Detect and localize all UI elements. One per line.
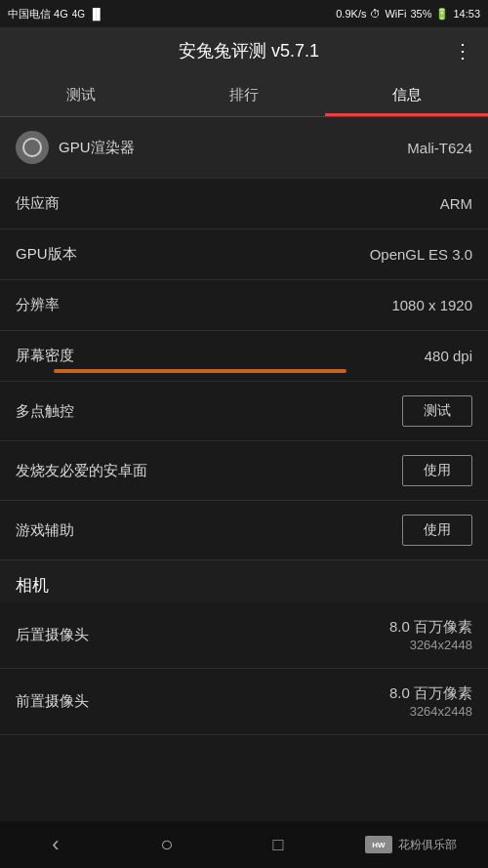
rear-camera-mp: 8.0 百万像素	[389, 616, 472, 637]
tab-info[interactable]: 信息	[325, 74, 488, 116]
status-right: 0.9K/s ⏱ WiFi 35% 🔋 14:53	[336, 8, 480, 21]
app-title: 安兔兔评测 v5.7.1	[45, 39, 453, 62]
menu-icon[interactable]: ⋮	[453, 39, 472, 62]
gpu-version-row: GPU版本 OpenGL ES 3.0	[0, 229, 488, 280]
tab-test[interactable]: 测试	[0, 74, 163, 116]
rear-camera-value: 8.0 百万像素 3264x2448	[389, 616, 472, 654]
home-button[interactable]: ○	[142, 825, 191, 864]
game-assist-label: 游戏辅助	[16, 521, 74, 540]
scroll-area: GPU渲染器 Mali-T624 供应商 ARM GPU版本 OpenGL ES…	[0, 117, 488, 821]
tab-info-label: 信息	[392, 86, 422, 104]
gpu-icon	[16, 131, 49, 164]
speed-text: 0.9K/s	[336, 8, 366, 20]
recent-button[interactable]: □	[254, 825, 303, 864]
bottom-nav: ‹ ○ □ HW 花粉俱乐部	[0, 821, 488, 868]
resolution-label: 分辨率	[16, 296, 60, 314]
supplier-label: 供应商	[16, 194, 60, 213]
battery-text: 35%	[410, 8, 431, 20]
home-icon: ○	[160, 832, 173, 857]
orange-annotation-line	[54, 369, 346, 373]
multitouch-test-button[interactable]: 测试	[402, 395, 472, 427]
gpu-renderer-value: Mali-T624	[407, 140, 472, 156]
gpu-renderer-row: GPU渲染器 Mali-T624	[0, 117, 488, 179]
multitouch-label: 多点触控	[16, 402, 74, 421]
gpu-renderer-label: GPU渲染器	[59, 139, 135, 157]
battery-icon: 🔋	[435, 8, 449, 21]
rear-camera-row: 后置摄像头 8.0 百万像素 3264x2448	[0, 602, 488, 669]
launcher-use-button[interactable]: 使用	[402, 455, 472, 486]
time-text: 14:53	[453, 8, 480, 20]
launcher-label: 发烧友必爱的安卓面	[16, 462, 147, 480]
supplier-value: ARM	[440, 195, 472, 212]
gpu-version-label: GPU版本	[16, 245, 77, 264]
rear-camera-res: 3264x2448	[389, 637, 472, 654]
camera-section-header: 相机	[0, 560, 488, 602]
screen-density-row: 屏幕密度 480 dpi	[0, 331, 488, 382]
tab-bar: 测试 排行 信息	[0, 74, 488, 117]
camera-header-text: 相机	[16, 576, 49, 595]
supplier-row: 供应商 ARM	[0, 179, 488, 229]
title-bar: 安兔兔评测 v5.7.1 ⋮	[0, 27, 488, 74]
tab-rank[interactable]: 排行	[163, 74, 326, 116]
huawei-community-text: 花粉俱乐部	[398, 837, 457, 853]
front-camera-value: 8.0 百万像素 3264x2448	[389, 682, 472, 721]
front-camera-mp: 8.0 百万像素	[389, 682, 472, 703]
game-assist-use-button[interactable]: 使用	[402, 515, 472, 546]
resolution-value: 1080 x 1920	[391, 297, 472, 313]
huawei-branding: HW 花粉俱乐部	[365, 836, 457, 853]
tab-rank-label: 排行	[229, 86, 259, 104]
front-camera-row: 前置摄像头 8.0 百万像素 3264x2448	[0, 669, 488, 735]
screen-density-value: 480 dpi	[425, 348, 472, 364]
launcher-row: 发烧友必爱的安卓面 使用	[0, 441, 488, 501]
multitouch-row: 多点触控 测试	[0, 382, 488, 441]
status-bar: 中国电信 4G 4G ▐▌ 0.9K/s ⏱ WiFi 35% 🔋 14:53	[0, 0, 488, 27]
back-button[interactable]: ‹	[31, 825, 80, 864]
gpu-label-group: GPU渲染器	[16, 131, 135, 164]
gpu-version-value: OpenGL ES 3.0	[370, 246, 472, 263]
huawei-logo: HW	[365, 836, 392, 853]
tab-test-label: 测试	[66, 86, 96, 104]
front-camera-res: 3264x2448	[389, 703, 472, 721]
clock-icon: ⏱	[370, 8, 381, 20]
signal-icon: ▐▌	[89, 8, 104, 20]
wifi-icon: WiFi	[385, 8, 406, 20]
status-left: 中国电信 4G 4G ▐▌	[8, 7, 104, 21]
back-icon: ‹	[52, 832, 59, 857]
screen-density-label: 屏幕密度	[16, 347, 74, 365]
4g-icon: 4G	[72, 9, 85, 20]
front-camera-label: 前置摄像头	[16, 692, 89, 711]
rear-camera-label: 后置摄像头	[16, 626, 89, 644]
game-assist-row: 游戏辅助 使用	[0, 501, 488, 560]
recent-icon: □	[273, 835, 284, 855]
resolution-row: 分辨率 1080 x 1920	[0, 280, 488, 331]
carrier-text: 中国电信 4G	[8, 7, 68, 21]
